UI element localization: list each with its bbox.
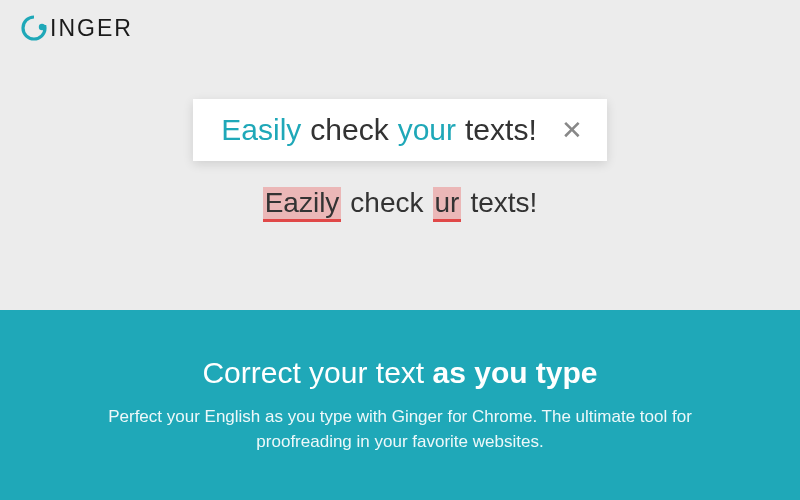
logo-brand-text: INGER — [50, 15, 133, 42]
error-word-3: ur — [433, 187, 462, 222]
correction-word-4: texts! — [465, 113, 537, 147]
headline-bold: as you type — [433, 356, 598, 389]
svg-rect-1 — [34, 15, 48, 25]
correction-text: Easily check your texts! — [221, 113, 536, 147]
promo-subtext: Perfect your English as you type with Gi… — [80, 404, 720, 455]
logo-g-icon — [20, 14, 48, 42]
headline-normal: Correct your text — [202, 356, 432, 389]
correction-word-2: check — [310, 113, 388, 147]
promo-banner: Correct your text as you type Perfect yo… — [0, 310, 800, 500]
error-word-1: Eazily — [263, 187, 342, 222]
corrected-word-1: Easily — [221, 113, 301, 147]
demo-area: Easily check your texts! ✕ Eazily check … — [0, 0, 800, 310]
brand-logo: INGER — [20, 14, 133, 42]
promo-headline: Correct your text as you type — [202, 356, 597, 390]
error-line-word-4: texts! — [470, 187, 537, 219]
error-line-word-2: check — [350, 187, 423, 219]
correction-popup: Easily check your texts! ✕ — [193, 99, 606, 161]
corrected-word-3: your — [398, 113, 456, 147]
input-text-with-errors: Eazily check ur texts! — [263, 187, 538, 222]
close-icon[interactable]: ✕ — [555, 117, 589, 143]
svg-point-2 — [39, 24, 45, 30]
